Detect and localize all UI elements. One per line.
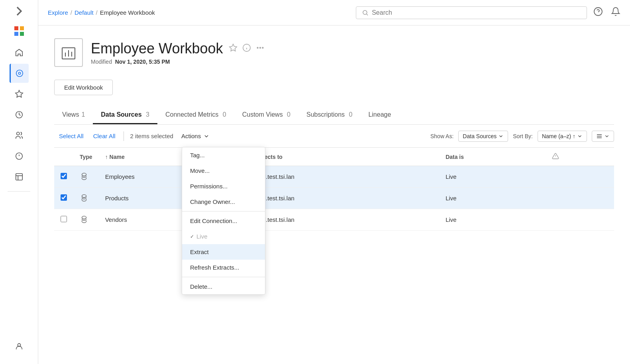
sidebar-item-suggestions[interactable]: [10, 147, 29, 166]
row-connects-products: mssql.test.tsi.lan: [244, 188, 439, 209]
svg-marker-6: [15, 90, 22, 97]
sidebar-item-explore[interactable]: [10, 64, 29, 83]
row-checkbox-vendors[interactable]: [54, 209, 73, 231]
sidebar-divider: [8, 191, 30, 192]
action-move[interactable]: Move...: [182, 163, 265, 178]
action-edit-connection[interactable]: Edit Connection...: [182, 213, 265, 229]
workbook-meta: Modified Nov 1, 2020, 5:35 PM: [91, 59, 265, 65]
column-checkbox: [54, 148, 73, 166]
toolbar-right: Show As: Data Sources Sort By: Name (a–z…: [430, 131, 614, 142]
sidebar-bottom: [10, 337, 29, 364]
sort-by-label: Sort By:: [513, 133, 533, 139]
check-icon: ✓: [190, 234, 194, 239]
svg-rect-12: [16, 174, 22, 180]
sort-by-dropdown[interactable]: Name (a–z) ↑: [538, 131, 587, 142]
action-change-owner[interactable]: Change Owner...: [182, 194, 265, 209]
brand-logo: [14, 25, 25, 37]
info-icon[interactable]: [242, 43, 251, 54]
show-as-dropdown[interactable]: Data Sources: [458, 131, 508, 142]
clear-all-button[interactable]: Clear All: [88, 130, 120, 142]
breadcrumb-default[interactable]: Default: [75, 9, 94, 16]
column-connects-to: Connects to: [244, 148, 439, 166]
workbook-title-row: Employee Workbook: [91, 40, 265, 57]
sidebar-item-favorites[interactable]: [10, 84, 29, 104]
help-icon[interactable]: [593, 7, 603, 18]
select-all-button[interactable]: Select All: [54, 130, 88, 142]
sidebar-toggle[interactable]: [11, 3, 27, 19]
svg-rect-3: [20, 32, 24, 36]
row-checkbox-employees[interactable]: [54, 166, 73, 188]
svg-point-29: [259, 47, 261, 48]
table-header-row: Type ↑ Name Connects to Data is: [54, 148, 614, 166]
favorite-icon[interactable]: [229, 43, 237, 54]
svg-point-5: [18, 72, 21, 74]
breadcrumb-sep-2: /: [96, 9, 98, 16]
row-warning-employees: [546, 166, 614, 188]
toolbar-left: Select All Clear All 2 items selected Ac…: [54, 130, 214, 142]
table-row: Products mssql.test.tsi.lan Live: [54, 188, 614, 209]
svg-point-18: [594, 8, 602, 16]
svg-point-4: [16, 70, 23, 77]
more-icon[interactable]: [256, 43, 265, 54]
row-data-employees: Live: [439, 166, 546, 188]
sidebar-item-shared[interactable]: [10, 126, 29, 145]
notification-icon[interactable]: [611, 7, 620, 18]
tab-subscriptions[interactable]: Subscriptions 0: [298, 106, 360, 124]
column-data-is: Data is: [439, 148, 546, 166]
svg-rect-2: [14, 32, 18, 36]
workbook-header: Employee Workbook: [54, 38, 614, 67]
tab-data-sources[interactable]: Data Sources 3: [93, 106, 157, 124]
row-data-vendors: Live: [439, 209, 546, 231]
breadcrumb-current: Employee Workbook: [100, 9, 155, 16]
column-type: Type: [73, 148, 99, 166]
breadcrumb-explore[interactable]: Explore: [48, 9, 68, 16]
chevron-down-icon: [203, 133, 210, 139]
list-view-icon: [596, 133, 603, 139]
row-checkbox-products[interactable]: [54, 188, 73, 209]
row-connects-vendors: mssql.test.tsi.lan: [244, 209, 439, 231]
row-warning-products: [546, 188, 614, 209]
sidebar-item-collections[interactable]: [10, 167, 29, 186]
topbar-icons: [593, 7, 620, 18]
search-icon: [362, 9, 369, 16]
workbook-title-area: Employee Workbook: [91, 40, 265, 65]
breadcrumb: Explore / Default / Employee Workbook: [48, 9, 349, 16]
sidebar-item-home[interactable]: [10, 43, 29, 62]
show-as-label: Show As:: [430, 133, 453, 139]
action-refresh-extracts[interactable]: Refresh Extracts...: [182, 260, 265, 275]
svg-point-16: [363, 10, 367, 14]
action-tag[interactable]: Tag...: [182, 147, 265, 163]
menu-divider-1: [182, 211, 265, 211]
actions-button[interactable]: Actions: [177, 130, 214, 142]
toolbar: Select All Clear All 2 items selected Ac…: [54, 125, 614, 148]
svg-point-8: [16, 132, 19, 135]
tab-views[interactable]: Views1: [54, 106, 93, 124]
toolbar-divider: [124, 131, 124, 141]
action-extract[interactable]: Extract: [182, 244, 265, 260]
view-toggle-button[interactable]: [592, 131, 614, 142]
sidebar-item-users[interactable]: [10, 337, 29, 356]
sidebar-item-recents[interactable]: [10, 105, 29, 124]
svg-rect-0: [14, 26, 18, 30]
tabs: Views1 Data Sources 3 Connected Metrics …: [54, 106, 614, 125]
tab-lineage[interactable]: Lineage: [360, 106, 399, 124]
svg-point-28: [257, 47, 258, 48]
table-row: Employees mssql.test.tsi.lan Live: [54, 166, 614, 188]
search-input[interactable]: [372, 9, 581, 16]
svg-point-30: [262, 47, 263, 48]
row-data-products: Live: [439, 188, 546, 209]
tab-connected-metrics[interactable]: Connected Metrics 0: [157, 106, 234, 124]
chevron-down-icon: [498, 133, 504, 139]
tab-custom-views[interactable]: Custom Views 0: [234, 106, 298, 124]
svg-rect-1: [20, 26, 24, 30]
action-permissions[interactable]: Permissions...: [182, 178, 265, 194]
main-content: Explore / Default / Employee Workbook: [38, 0, 630, 364]
page-content: Employee Workbook: [38, 25, 630, 364]
row-type-products: [73, 188, 99, 209]
workbook-icon: [54, 38, 83, 67]
table-row: Vendors mssql.test.tsi.lan Live: [54, 209, 614, 231]
action-delete[interactable]: Delete...: [182, 279, 265, 294]
search-box[interactable]: [356, 6, 587, 19]
edit-workbook-button[interactable]: Edit Workbook: [54, 80, 113, 95]
workbook-title-icons: [229, 43, 265, 54]
